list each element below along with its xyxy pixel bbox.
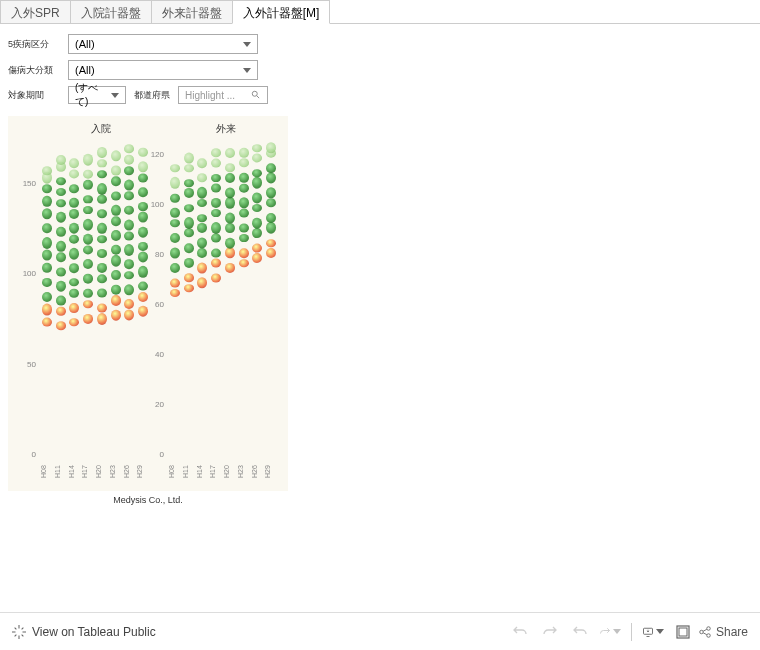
- data-point: [111, 245, 121, 255]
- data-point: [266, 199, 276, 208]
- data-point: [56, 280, 66, 291]
- fullscreen-button[interactable]: [672, 621, 694, 643]
- data-point: [42, 184, 52, 192]
- tab-gairai[interactable]: 外来計器盤: [151, 0, 233, 23]
- data-point: [266, 188, 276, 199]
- data-point: [124, 244, 134, 256]
- data-point: [197, 223, 207, 233]
- data-point: [266, 222, 276, 234]
- data-point: [83, 246, 93, 255]
- data-point: [124, 179, 134, 190]
- data-point: [83, 169, 93, 178]
- data-point: [170, 164, 180, 172]
- data-point: [124, 259, 134, 269]
- data-point: [111, 176, 121, 187]
- y-tick: 150: [23, 179, 36, 188]
- data-column: [238, 138, 250, 463]
- data-point: [111, 309, 121, 320]
- data-point: [170, 263, 180, 273]
- view-on-tableau-link[interactable]: View on Tableau Public: [12, 625, 156, 639]
- data-point: [83, 219, 93, 230]
- tab-nyuin[interactable]: 入院計器盤: [70, 0, 152, 23]
- data-point: [69, 184, 79, 193]
- x-tick: H23: [109, 465, 123, 487]
- data-point: [170, 289, 180, 297]
- highlight-input[interactable]: Highlight ...: [178, 86, 268, 104]
- data-point: [56, 307, 66, 316]
- data-point: [83, 180, 93, 190]
- data-point: [124, 284, 134, 295]
- tab-nyugai-m[interactable]: 入外計器盤[M]: [232, 0, 331, 24]
- data-column: [224, 138, 236, 463]
- download-button[interactable]: [642, 621, 664, 643]
- data-point: [184, 217, 194, 229]
- x-tick: H20: [223, 465, 237, 487]
- data-point: [69, 263, 79, 273]
- data-point: [252, 253, 262, 263]
- dropdown-disease[interactable]: (All): [68, 60, 258, 80]
- data-point: [239, 234, 249, 242]
- data-point: [124, 299, 134, 309]
- x-tick: H23: [237, 465, 251, 487]
- y-tick: 20: [155, 400, 164, 409]
- svg-point-5: [700, 630, 704, 634]
- search-icon: [251, 90, 261, 100]
- data-point: [197, 158, 207, 169]
- data-point: [239, 224, 249, 233]
- filter-label-prefecture: 都道府県: [134, 89, 170, 102]
- data-point: [111, 285, 121, 294]
- data-point: [97, 170, 107, 179]
- data-point: [225, 148, 235, 158]
- data-point: [97, 250, 107, 258]
- data-point: [69, 234, 79, 243]
- data-point: [252, 243, 262, 252]
- data-point: [42, 318, 52, 327]
- redo-button[interactable]: [539, 621, 561, 643]
- chevron-down-icon: [613, 629, 621, 634]
- y-tick: 120: [151, 150, 164, 159]
- data-point: [97, 289, 107, 298]
- data-point: [225, 248, 235, 259]
- data-point: [170, 193, 180, 203]
- data-point: [252, 228, 262, 238]
- data-point: [225, 188, 235, 199]
- data-column: [196, 138, 208, 463]
- highlight-placeholder: Highlight ...: [185, 90, 235, 101]
- data-point: [211, 248, 221, 257]
- data-point: [97, 303, 107, 312]
- undo-button[interactable]: [509, 621, 531, 643]
- dropdown-category5[interactable]: (All): [68, 34, 258, 54]
- revert-button[interactable]: [599, 621, 621, 643]
- data-column: [41, 138, 53, 463]
- data-point: [184, 152, 194, 163]
- data-point: [69, 318, 79, 327]
- data-point: [184, 274, 194, 283]
- data-point: [239, 159, 249, 168]
- data-point: [42, 166, 52, 175]
- share-button[interactable]: Share: [698, 625, 748, 639]
- tableau-logo-icon: [12, 625, 26, 639]
- x-tick: H11: [182, 465, 196, 487]
- tab-spr[interactable]: 入外SPR: [0, 0, 71, 23]
- data-point: [184, 179, 194, 187]
- data-point: [83, 259, 93, 269]
- svg-point-7: [707, 633, 711, 637]
- data-point: [69, 158, 79, 168]
- data-column: [123, 138, 135, 463]
- data-point: [197, 248, 207, 258]
- data-point: [266, 213, 276, 223]
- replay-button[interactable]: [569, 621, 591, 643]
- dropdown-period[interactable]: (すべて): [68, 86, 126, 104]
- data-point: [56, 296, 66, 305]
- data-point: [239, 248, 249, 258]
- data-point: [239, 208, 249, 217]
- data-point: [225, 223, 235, 233]
- share-icon: [698, 625, 712, 639]
- data-point: [83, 233, 93, 244]
- data-column: [96, 138, 108, 463]
- x-tick: H26: [123, 465, 137, 487]
- data-point: [69, 170, 79, 179]
- y-tick: 100: [23, 269, 36, 278]
- data-point: [56, 199, 66, 208]
- chart-title-right: 外来: [163, 122, 288, 136]
